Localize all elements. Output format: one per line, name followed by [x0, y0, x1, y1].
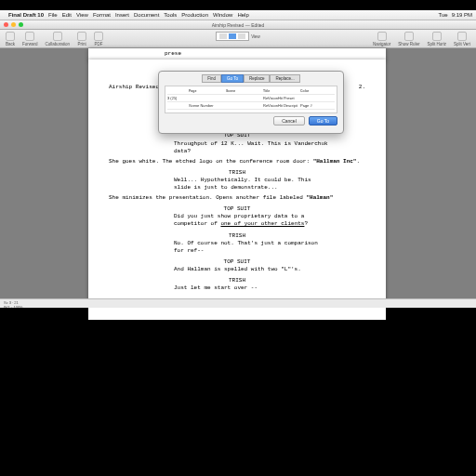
- menu-view[interactable]: View: [76, 12, 88, 18]
- menu-help[interactable]: Help: [237, 12, 248, 18]
- menu-document[interactable]: Document: [134, 12, 159, 18]
- navigator-button[interactable]: Navigator: [373, 32, 390, 46]
- view-segmented[interactable]: View: [216, 32, 260, 41]
- back-button[interactable]: Back: [6, 32, 15, 46]
- goto-dialog: Find Go To Replace Replace... Page Scene…: [158, 71, 344, 134]
- ruler-button[interactable]: Show Ruler: [398, 32, 419, 46]
- tab-find[interactable]: Find: [202, 74, 221, 83]
- zoom-icon[interactable]: [19, 22, 23, 27]
- tab-replace-ext[interactable]: Replace...: [270, 74, 299, 83]
- list-row[interactable]: Scene Number ReVisionHit Description Pag…: [167, 102, 335, 110]
- window-title: Airship Revised — Edited: [212, 22, 265, 28]
- status-bar: Sc 3 · 21 INT. · 100% Title: None · Scen…: [0, 298, 476, 308]
- split-h-button[interactable]: Split Horiz: [427, 32, 446, 46]
- goto-button[interactable]: Go To: [309, 116, 337, 126]
- page-number: 2.: [359, 84, 365, 91]
- app-window: Airship Revised — Edited Back Forward Co…: [0, 20, 476, 308]
- minimize-icon[interactable]: [11, 22, 16, 27]
- menu-production[interactable]: Production: [181, 12, 208, 18]
- menu-format[interactable]: Format: [93, 12, 111, 18]
- menu-window[interactable]: Window: [213, 12, 232, 18]
- split-v-button[interactable]: Split Vert: [454, 32, 470, 46]
- menubar-day: Tue: [439, 12, 448, 18]
- menu-file[interactable]: File: [48, 12, 58, 18]
- window-titlebar: Airship Revised — Edited: [0, 20, 476, 30]
- tab-goto[interactable]: Go To: [221, 74, 244, 83]
- dialog-list[interactable]: Page Scene Title Color 3 (25) ReVisionHi…: [165, 86, 337, 113]
- print-button[interactable]: Print: [77, 32, 86, 46]
- forward-button[interactable]: Forward: [22, 32, 38, 46]
- dialog-tabs: Find Go To Replace Replace...: [159, 74, 343, 83]
- menubar-time: 9:19 PM: [452, 12, 472, 18]
- menu-tools[interactable]: Tools: [164, 12, 177, 18]
- menu-edit[interactable]: Edit: [62, 12, 72, 18]
- tab-replace[interactable]: Replace: [244, 74, 271, 83]
- menu-insert[interactable]: Insert: [115, 12, 129, 18]
- macos-menubar: Final Draft 10 File Edit View Format Ins…: [0, 10, 476, 20]
- app-name[interactable]: Final Draft 10: [8, 12, 44, 18]
- toolbar: Back Forward Collaboration Print PDF Vie…: [0, 30, 476, 48]
- cancel-button[interactable]: Cancel: [273, 116, 305, 126]
- list-row[interactable]: 3 (25) ReVisionHit Preset: [167, 95, 335, 102]
- close-icon[interactable]: [4, 22, 8, 27]
- pdf-button[interactable]: PDF: [94, 32, 103, 46]
- collaboration-button[interactable]: Collaboration: [46, 32, 71, 46]
